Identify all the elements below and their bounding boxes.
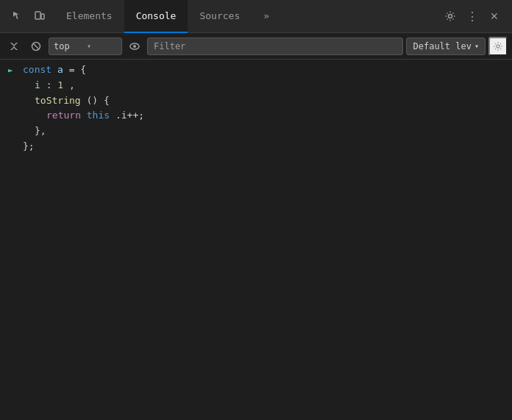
close-icon: ✕ (490, 10, 499, 22)
code-line-5: }, (23, 124, 46, 139)
svg-rect-0 (35, 12, 40, 19)
more-options-button[interactable]: ⋮ (462, 6, 483, 26)
tab-bar-right-icons: ⋮ ✕ (435, 6, 509, 26)
console-code-line-4: ► return this .i++; (0, 108, 512, 124)
svg-rect-1 (41, 14, 44, 19)
context-value: top (54, 41, 84, 51)
svg-point-2 (449, 15, 452, 18)
level-label: Default lev (413, 41, 471, 51)
tab-elements[interactable]: Elements (54, 0, 124, 33)
console-output: ► const a = { ► i : 1 , ► toString () { … (0, 60, 512, 420)
tab-bar: Elements Console Sources » ⋮ ✕ (0, 0, 512, 33)
close-devtools-button[interactable]: ✕ (484, 6, 505, 26)
context-selector[interactable]: top ▾ (49, 38, 122, 55)
console-code-line-2: ► i : 1 , (0, 78, 512, 93)
settings-button[interactable] (440, 6, 461, 26)
svg-marker-3 (10, 43, 18, 50)
filter-input-wrapper[interactable]: Filter (147, 38, 403, 55)
code-line-4: return this .i++; (23, 108, 144, 124)
svg-point-8 (497, 45, 499, 48)
level-chevron-icon: ▾ (474, 42, 479, 50)
filter-label: Filter (154, 41, 185, 51)
log-level-selector[interactable]: Default lev ▾ (406, 38, 486, 55)
device-toggle-button[interactable] (29, 6, 50, 26)
console-code-line-5: ► }, (0, 124, 512, 139)
code-line-3: toString () { (23, 93, 110, 109)
tab-console[interactable]: Console (124, 0, 188, 33)
console-input-line: ► const a = { (0, 63, 512, 78)
code-line-2: i : 1 , (23, 78, 75, 93)
tab-more[interactable]: » (252, 0, 281, 33)
prompt-icon: ► (8, 63, 18, 77)
console-toolbar: top ▾ Filter Default lev ▾ (0, 33, 512, 60)
clear-console-button[interactable] (4, 37, 24, 56)
code-line-1: const a = { (23, 63, 86, 78)
live-expressions-button[interactable] (125, 37, 144, 56)
more-vert-icon: ⋮ (466, 10, 478, 24)
console-code-line-3: ► toString () { (0, 93, 512, 109)
tab-bar-left-icons (3, 6, 54, 26)
chevron-down-icon: ▾ (87, 42, 117, 50)
code-line-6: }; (23, 139, 35, 154)
console-settings-button[interactable] (488, 37, 508, 56)
block-button[interactable] (26, 37, 46, 56)
inspect-button[interactable] (7, 6, 28, 26)
svg-point-7 (133, 45, 136, 48)
svg-line-5 (33, 43, 39, 49)
tab-sources[interactable]: Sources (188, 0, 252, 33)
console-code-line-6: ► }; (0, 139, 512, 154)
